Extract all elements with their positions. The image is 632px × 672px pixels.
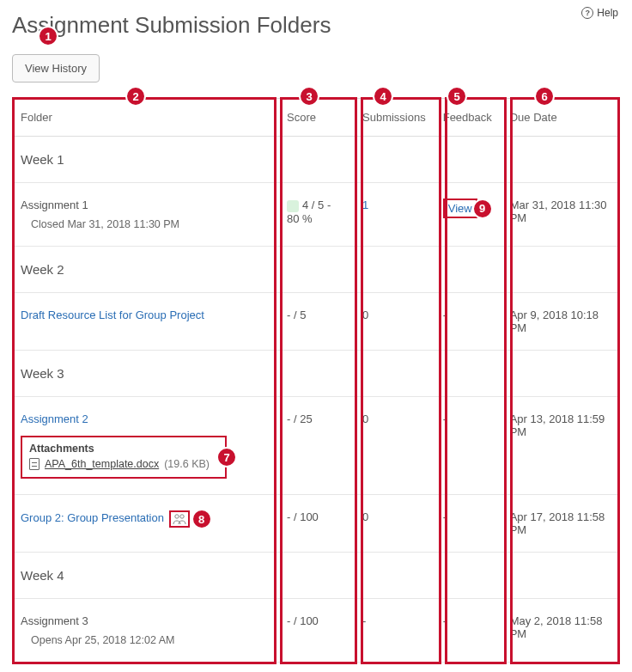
score-value: - / 100 (287, 510, 319, 523)
table-row: Assignment 3Opens Apr 25, 2018 12:02 AM-… (12, 599, 620, 663)
folder-link[interactable]: Assignment 2 (21, 412, 88, 425)
submissions-cell: 0 (354, 293, 434, 351)
folder-subtext: Closed Mar 31, 2018 11:30 PM (21, 218, 270, 230)
submissions-value: 0 (362, 309, 368, 321)
folder-cell: Assignment 2AttachmentsAPA_6th_template.… (12, 397, 278, 495)
folder-link[interactable]: Draft Resource List for Group Project (21, 309, 204, 321)
header-feedback: Feedback (434, 99, 501, 137)
score-cell: - / 25 (278, 397, 354, 495)
attachments-block: AttachmentsAPA_6th_template.docx (19.6 K… (21, 436, 227, 479)
folder-cell: Group 2: Group Presentation (12, 495, 278, 553)
assignments-table: Folder Score Submissions Feedback Due Da… (12, 98, 620, 663)
header-due-date: Due Date (501, 99, 620, 137)
score-percent: 80 % (287, 212, 345, 225)
folder-cell: Assignment 3Opens Apr 25, 2018 12:02 AM (12, 599, 278, 663)
score-value: - / 25 (287, 412, 313, 425)
folder-name: Assignment 1 (21, 199, 88, 211)
header-score: Score (278, 99, 354, 137)
score-value: - / 100 (287, 614, 319, 627)
attachments-title: Attachments (29, 443, 218, 455)
feedback-cell: - (434, 293, 501, 351)
feedback-cell: - (434, 397, 501, 495)
submissions-cell: 1 (354, 183, 434, 247)
feedback-value: - (443, 309, 447, 321)
svg-point-0 (174, 515, 178, 518)
category-header: Week 3 (12, 351, 620, 397)
table-row: Assignment 1Closed Mar 31, 2018 11:30 PM… (12, 183, 620, 247)
table-row: Assignment 2AttachmentsAPA_6th_template.… (12, 397, 620, 495)
score-cell: - / 100 (278, 599, 354, 663)
header-submissions: Submissions (354, 99, 434, 137)
feedback-value: - (443, 412, 447, 425)
folder-link[interactable]: Group 2: Group Presentation (21, 511, 164, 524)
submissions-value: 0 (362, 510, 368, 523)
attachment-size: (19.6 KB) (164, 458, 210, 470)
group-icon (169, 510, 190, 528)
due-date-cell: May 2, 2018 11:58 PM (501, 599, 620, 663)
attachment-link[interactable]: APA_6th_template.docx (45, 458, 159, 470)
submissions-cell: 0 (354, 495, 434, 553)
feedback-value: - (443, 614, 447, 627)
view-history-button[interactable]: View History (12, 54, 100, 82)
folder-subtext: Opens Apr 25, 2018 12:02 AM (21, 634, 270, 646)
table-row: Draft Resource List for Group Project- /… (12, 293, 620, 351)
score-cell: - / 100 (278, 495, 354, 553)
submissions-value: - (362, 614, 366, 627)
folder-name: Assignment 3 (21, 614, 88, 627)
feedback-cell: - (434, 599, 501, 663)
feedback-view-link[interactable]: View (448, 202, 472, 215)
help-link[interactable]: ? Help (581, 7, 618, 19)
table-row: Group 2: Group Presentation - / 1000-Apr… (12, 495, 620, 553)
due-date-cell: Apr 17, 2018 11:58 PM (501, 495, 620, 553)
feedback-cell: View (434, 183, 501, 247)
score-cell: - / 5 (278, 293, 354, 351)
score-value: 4 / 5 - (302, 199, 331, 211)
score-value: - / 5 (287, 309, 306, 321)
help-label: Help (597, 7, 618, 19)
due-date-cell: Apr 9, 2018 10:18 PM (501, 293, 620, 351)
svg-point-1 (179, 515, 183, 518)
submissions-cell: - (354, 599, 434, 663)
category-header: Week 4 (12, 553, 620, 599)
score-cell: 4 / 5 -80 % (278, 183, 354, 247)
submissions-cell: 0 (354, 397, 434, 495)
submissions-value: 0 (362, 412, 368, 425)
score-status-icon (287, 200, 299, 212)
page-title: Assignment Submission Folders (12, 12, 620, 39)
feedback-cell: - (434, 495, 501, 553)
submissions-link[interactable]: 1 (362, 199, 368, 211)
feedback-value: - (443, 510, 447, 523)
document-icon (29, 458, 40, 470)
folder-cell: Assignment 1Closed Mar 31, 2018 11:30 PM (12, 183, 278, 247)
due-date-cell: Apr 13, 2018 11:59 PM (501, 397, 620, 495)
header-folder: Folder (12, 99, 278, 137)
due-date-cell: Mar 31, 2018 11:30 PM (501, 183, 620, 247)
category-header: Week 2 (12, 247, 620, 293)
help-icon: ? (581, 7, 593, 19)
category-header: Week 1 (12, 137, 620, 183)
folder-cell: Draft Resource List for Group Project (12, 293, 278, 351)
